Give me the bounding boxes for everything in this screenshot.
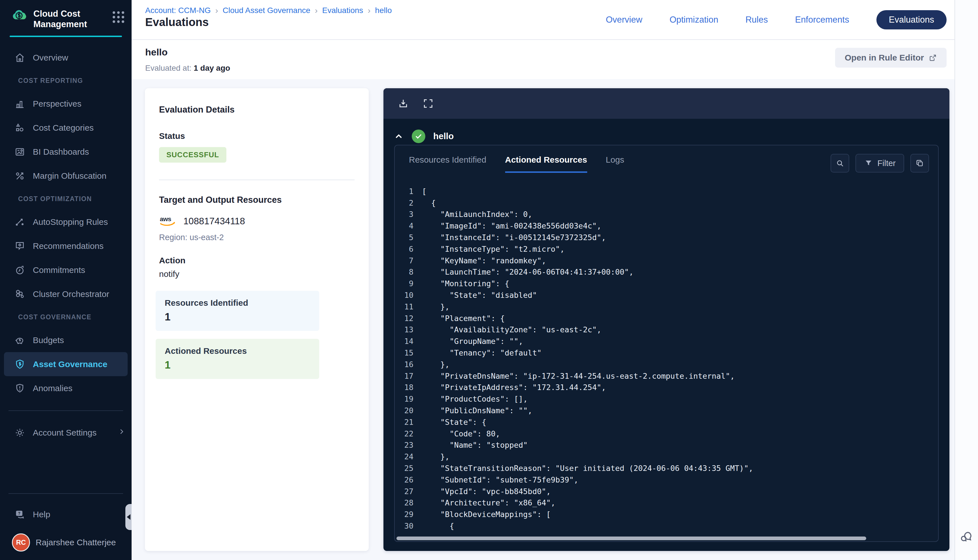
code-line: 20 "PublicDnsName": "", <box>395 405 936 416</box>
evaluation-subheader: hello Evaluated at: 1 day ago Open in Ru… <box>132 40 955 80</box>
sidebar-item-cost-categories[interactable]: Cost Categories <box>0 116 132 140</box>
line-content: "PrivateDnsName": "ip-172-31-44-254.us-e… <box>422 372 734 380</box>
gear-icon <box>14 427 30 438</box>
cluster-icon <box>14 288 30 300</box>
sidebar-collapse-handle[interactable] <box>125 504 132 530</box>
stat-box-resources-identified[interactable]: Resources Identified1 <box>156 291 319 331</box>
search-button[interactable] <box>831 154 849 173</box>
horizontal-scrollbar[interactable] <box>396 537 936 540</box>
sidebar-item-account-settings[interactable]: Account Settings <box>0 420 132 445</box>
nav-tab-evaluations[interactable]: Evaluations <box>876 10 946 29</box>
sidebar-item-bi-dashboards[interactable]: BI Dashboards <box>0 140 132 164</box>
line-content: "InstanceId": "i-00512145e7372325d", <box>422 233 606 242</box>
filter-button[interactable]: Filter <box>856 154 904 173</box>
line-number: 8 <box>395 268 414 276</box>
sidebar-item-label: Margin Obfuscation <box>33 171 107 181</box>
line-number: 21 <box>395 418 414 427</box>
download-icon[interactable] <box>397 98 409 109</box>
scrollbar-thumb[interactable] <box>396 537 866 540</box>
evaluated-at: Evaluated at: 1 day ago <box>145 63 230 73</box>
sidebar-item-label: Account Settings <box>33 428 97 438</box>
nav-tab-enforcements[interactable]: Enforcements <box>795 15 849 25</box>
sidebar-item-cluster-orchestrator[interactable]: Cluster Orchestrator <box>0 282 132 306</box>
tab-resources-identified[interactable]: Resources Identified <box>409 155 486 173</box>
line-content: { <box>422 198 436 207</box>
user-name: Rajarshee Chatterjee <box>36 538 116 547</box>
recommendation-icon <box>14 240 30 252</box>
line-content: "ImageId": "ami-002438e556dd03e4c", <box>422 222 601 230</box>
evaluated-at-value: 1 day ago <box>194 63 230 72</box>
code-line: 24 }, <box>395 451 936 462</box>
line-number: 22 <box>395 429 414 438</box>
sidebar-item-recommendations[interactable]: Recommendations <box>0 234 132 258</box>
shield-dollar-icon <box>14 358 30 370</box>
code-line: 29 "BlockDeviceMappings": [ <box>395 508 936 520</box>
breadcrumb-link-evaluations[interactable]: Evaluations <box>322 6 363 15</box>
tab-logs[interactable]: Logs <box>606 155 624 173</box>
app-title: Cloud Cost Management <box>33 8 113 29</box>
line-number: 1 <box>395 187 414 196</box>
line-number: 23 <box>395 441 414 449</box>
sidebar-item-perspectives[interactable]: Perspectives <box>0 92 132 116</box>
sidebar-footer-divider <box>8 493 123 494</box>
tab-actioned-resources[interactable]: Actioned Resources <box>505 155 587 173</box>
code-line: 30 { <box>395 520 936 532</box>
line-number: 10 <box>395 291 414 300</box>
code-line: 23 "Name": "stopped" <box>395 440 936 451</box>
line-content: { <box>422 522 454 530</box>
breadcrumb-link-hello[interactable]: hello <box>375 6 392 15</box>
code-line: 14 "GroupName": "", <box>395 335 936 347</box>
code-line: 9 "Monitoring": { <box>395 278 936 289</box>
svg-text:?: ? <box>18 511 21 516</box>
fullscreen-icon[interactable] <box>422 98 434 109</box>
line-content: "ProductCodes": [], <box>422 395 528 403</box>
nav-tab-optimization[interactable]: Optimization <box>669 15 718 25</box>
collapse-arrow-icon <box>127 514 130 520</box>
line-content: }, <box>422 360 450 369</box>
module-tabs: OverviewOptimizationRulesEnforcementsEva… <box>606 0 946 39</box>
code-line: 10 "State": "disabled" <box>395 289 936 301</box>
open-in-rule-editor-button[interactable]: Open in Rule Editor <box>835 48 946 68</box>
nav-tab-overview[interactable]: Overview <box>606 15 643 25</box>
sidebar-item-asset-governance[interactable]: Asset Governance <box>4 352 128 376</box>
sidebar-item-autostopping-rules[interactable]: AutoStopping Rules <box>0 210 132 234</box>
line-number: 26 <box>395 475 414 484</box>
json-code-block[interactable]: 1[2 {3 "AmiLaunchIndex": 0,4 "ImageId": … <box>395 185 936 535</box>
line-number: 2 <box>395 198 414 207</box>
funnel-icon <box>864 159 873 168</box>
sidebar-item-commitments[interactable]: Commitments <box>0 258 132 282</box>
user-profile[interactable]: RC Rajarshee Chatterjee <box>0 526 132 560</box>
line-content: "PrivateIpAddress": "172.31.44.254", <box>422 383 606 392</box>
sidebar-item-anomalies[interactable]: Anomalies <box>0 376 132 400</box>
sidebar-section-label: COST REPORTING <box>0 70 132 92</box>
sidebar-item-budgets[interactable]: Budgets <box>0 328 132 352</box>
code-line: 27 "VpcId": "vpc-bb845bd0", <box>395 486 936 497</box>
line-number: 20 <box>395 406 414 415</box>
evaluated-at-label: Evaluated at: <box>145 63 191 72</box>
chevron-right-icon: › <box>367 6 371 15</box>
line-content: "GroupName": "", <box>422 337 523 346</box>
autostopping-icon <box>14 217 30 228</box>
line-number: 17 <box>395 372 414 380</box>
code-line: 6 "InstanceType": "t2.micro", <box>395 243 936 255</box>
line-number: 9 <box>395 279 414 288</box>
breadcrumb-link-cloud-asset-governance[interactable]: Cloud Asset Governance <box>223 6 310 15</box>
code-line: 11 }, <box>395 301 936 313</box>
copy-button[interactable] <box>910 154 929 173</box>
breadcrumb-link-account-ccm-ng[interactable]: Account: CCM-NG <box>145 6 211 15</box>
line-content: "Code": 80, <box>422 429 500 438</box>
region-text: Region: us-east-2 <box>159 233 355 242</box>
help-chat-icon: ? <box>14 509 30 520</box>
line-number: 16 <box>395 360 414 369</box>
sidebar-item-help[interactable]: ? Help <box>0 502 132 526</box>
sidebar-item-margin-obfuscation[interactable]: Margin Obfuscation <box>0 164 132 188</box>
module-grid-icon[interactable] <box>113 11 124 23</box>
sidebar-item-overview[interactable]: Overview <box>0 45 132 70</box>
stat-box-actioned-resources[interactable]: Actioned Resources1 <box>156 339 319 379</box>
evaluation-row: hello <box>384 119 950 143</box>
feedback-chat-icon[interactable] <box>960 530 973 545</box>
line-content: "KeyName": "randomkey", <box>422 256 546 265</box>
nav-tab-rules[interactable]: Rules <box>745 15 768 25</box>
code-line: 17 "PrivateDnsName": "ip-172-31-44-254.u… <box>395 370 936 382</box>
collapse-chevron-icon[interactable] <box>394 131 404 142</box>
